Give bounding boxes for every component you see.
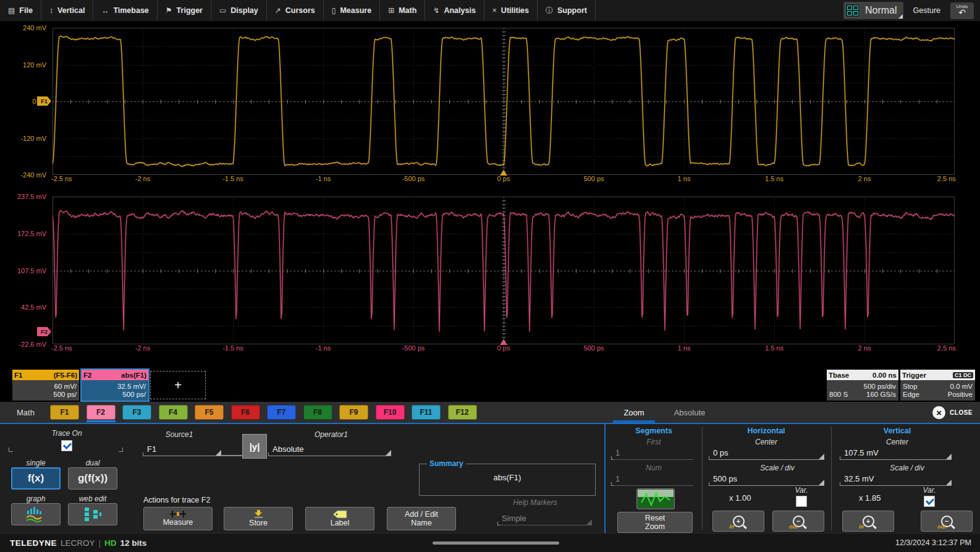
tab-zoom[interactable]: Zoom [613,402,655,423]
menu-support[interactable]: ⓘSupport [538,0,596,21]
f2-zero-level-marker[interactable]: F2 [37,327,51,336]
reset-zoom-button[interactable]: Reset Zoom [617,512,693,533]
menu-label: Utilities [501,6,529,15]
menu-file[interactable]: ▤File [0,0,41,21]
horizontal-multiplier: x 1.00 [729,493,751,503]
f1-trace-descriptor[interactable]: F1 (F5-F6) 60 mV/ 500 ps/ [12,370,79,401]
y-axis-tick-label: -22.6 mV [1,341,46,348]
horizontal-zoom-out-button[interactable]: − out [772,511,824,532]
graph-button[interactable] [11,503,61,525]
timebase-descriptor[interactable]: Tbase 0.00 ns 500 ps/div 800 S160 GS/s [827,370,898,401]
display-layout-button[interactable]: Normal [843,2,903,19]
tab-f1[interactable]: F1 [50,405,79,420]
segment-waveform-button[interactable] [636,488,675,509]
summary-label: Summary [427,459,466,468]
x-axis-tick-label: 0 ps [497,175,510,182]
x-axis-tick-label: -1 ns [316,344,331,352]
undo-button[interactable]: Undo ↶ [950,2,974,19]
vertical-var-checkbox[interactable] [924,496,935,507]
vertical-center-label: Center [886,438,908,446]
tab-f2[interactable]: F2 [87,405,116,420]
tab-f5[interactable]: F5 [195,405,224,420]
tab-f9[interactable]: F9 [339,405,368,420]
web-edit-button[interactable] [68,503,117,525]
vertical-zoom-out-button[interactable]: − out [921,511,973,532]
timebase-body: 500 ps/div 800 S160 GS/s [827,380,898,401]
vertical-center-input[interactable]: 107.5 mV [840,446,952,460]
label-button[interactable]: Label [305,507,374,530]
f1-trigger-position-marker[interactable] [500,170,507,176]
tab-f8[interactable]: F8 [303,405,332,420]
vertical-scale-input[interactable]: 32.5 mV [840,472,952,486]
help-markers-label: Help Markers [513,498,557,507]
dual-label: dual [86,459,100,467]
web-edit-icon [83,506,102,522]
single-fx-button[interactable]: f(x) [11,467,61,490]
x-axis-tick-label: -2.5 ns [51,344,72,352]
horizontal-scale-input[interactable]: 500 ps [709,472,824,486]
gesture-label[interactable]: Gesture [913,6,940,15]
horizontal-center-input[interactable]: 0 ps [709,446,824,460]
f1-zero-level-marker[interactable]: F1 [37,96,51,106]
add-edit-name-button[interactable]: Add / Edit Name [387,507,456,530]
menu-math[interactable]: ⊞Math [380,0,425,21]
segments-num-input[interactable]: 1 [612,472,693,486]
status-bar: TELEDYNE LECROY | HD 12 bits 12/3/2024 3… [0,533,980,552]
tab-f12[interactable]: F12 [448,405,477,420]
tab-f6[interactable]: F6 [231,405,260,420]
horizontal-zoom-in-button[interactable]: + in [712,511,764,532]
add-trace-button[interactable]: + [150,371,206,399]
segments-first-input[interactable]: 1 [612,446,693,460]
layout-button-label: Normal [865,5,897,16]
help-markers-dropdown[interactable]: Simple [498,511,592,525]
x-axis-tick-label: 0 ps [497,344,510,352]
trace-on-checkbox[interactable] [61,440,72,451]
tab-f3[interactable]: F3 [122,405,151,420]
source1-dropdown[interactable]: F1 [143,441,221,456]
math-panel-title: Math [17,402,35,423]
status-scrollbar[interactable] [433,541,559,545]
menu-display[interactable]: ▭Display [211,0,267,21]
f1-waveform-canvas[interactable] [53,28,955,175]
menu-timebase[interactable]: ↔Timebase [93,0,157,21]
menu-cursors[interactable]: ↗Cursors [267,0,324,21]
horizontal-var-checkbox[interactable] [796,496,807,507]
absolute-operator-icon[interactable]: |y| [242,434,267,459]
operator1-dropdown[interactable]: Absolute [269,441,391,456]
tab-f4[interactable]: F4 [159,405,188,420]
f2-descriptor-body: 32.5 mV/ 500 ps/ [82,380,148,401]
close-panel-button[interactable]: × CLOSE [932,402,973,423]
menu-trigger[interactable]: ⚑Trigger [158,0,211,21]
menu-utilities[interactable]: ×Utilities [484,0,538,21]
menu-analysis[interactable]: ↯Analysis [425,0,484,21]
x-axis-tick-label: 2.5 ns [937,175,956,182]
x-axis-tick-label: 500 ps [583,344,604,352]
tab-f7[interactable]: F7 [267,405,296,420]
measure-button[interactable]: Measure [143,507,213,530]
utilities-icon: × [492,6,497,15]
segments-num-label: Num [646,464,661,472]
store-button[interactable]: Store [224,507,293,530]
dual-gfx-button[interactable]: g(f(x)) [68,467,117,490]
summary-value: abs(F1) [420,473,595,482]
tab-f10[interactable]: F10 [376,405,405,420]
tab-f11[interactable]: F11 [412,405,441,420]
f2-trigger-position-marker[interactable] [500,339,507,345]
tab-absolute[interactable]: Absolute [667,402,712,423]
vertical-scale-label: Scale / div [890,464,924,472]
operator1-label: Operator1 [315,430,348,439]
f2-trace-descriptor[interactable]: F2 abs(F1) 32.5 mV/ 500 ps/ [82,370,148,401]
vertical-zoom-in-button[interactable]: + in [842,511,894,532]
trigger-header: Trigger C1 DC [900,370,975,380]
menu-label: Math [399,6,416,15]
menu-label: Measure [340,6,371,15]
web-edit-label: web edit [79,495,107,503]
cursors-icon: ↗ [275,6,281,15]
f1-x-axis-labels: -2.5 ns-2 ns-1.5 ns-1 ns-500 ps0 ps500 p… [53,175,955,185]
display-icon: ▭ [219,6,226,15]
f1-descriptor-body: 60 mV/ 500 ps/ [12,380,79,401]
menu-vertical[interactable]: ↕Vertical [41,0,93,21]
trigger-descriptor[interactable]: Trigger C1 DC Stop0.0 mV EdgePositive [900,370,975,401]
menu-measure[interactable]: ▯Measure [324,0,380,21]
f2-waveform-canvas[interactable] [53,197,955,344]
